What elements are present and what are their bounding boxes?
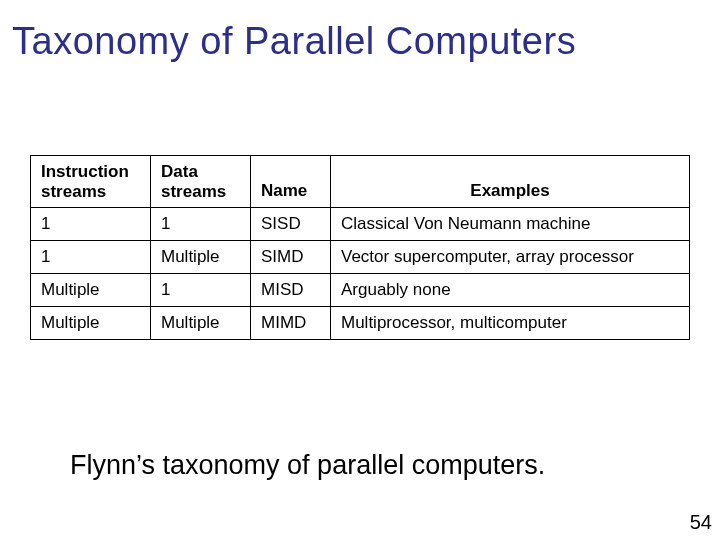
col-header-instruction-line1: Instruction bbox=[41, 162, 140, 182]
table-row: 1 Multiple SIMD Vector supercomputer, ar… bbox=[31, 241, 690, 274]
taxonomy-table: Instruction streams Data streams Name Ex… bbox=[30, 155, 690, 340]
col-header-data: Data streams bbox=[151, 156, 251, 208]
col-header-data-line1: Data bbox=[161, 162, 240, 182]
cell-examples: Arguably none bbox=[331, 274, 690, 307]
slide-title: Taxonomy of Parallel Computers bbox=[12, 20, 710, 63]
cell-examples: Vector supercomputer, array processor bbox=[331, 241, 690, 274]
slide: Taxonomy of Parallel Computers Instructi… bbox=[0, 0, 720, 540]
cell-name: MIMD bbox=[251, 307, 331, 340]
table-header-row: Instruction streams Data streams Name Ex… bbox=[31, 156, 690, 208]
col-header-examples: Examples bbox=[331, 156, 690, 208]
cell-name: MISD bbox=[251, 274, 331, 307]
col-header-instruction-line2: streams bbox=[41, 182, 140, 202]
cell-data: 1 bbox=[151, 274, 251, 307]
col-header-name: Name bbox=[251, 156, 331, 208]
cell-examples: Multiprocessor, multicomputer bbox=[331, 307, 690, 340]
cell-name: SISD bbox=[251, 208, 331, 241]
cell-data: Multiple bbox=[151, 307, 251, 340]
col-header-data-line2: streams bbox=[161, 182, 240, 202]
cell-instruction: 1 bbox=[31, 241, 151, 274]
cell-instruction: 1 bbox=[31, 208, 151, 241]
table-container: Instruction streams Data streams Name Ex… bbox=[30, 155, 690, 340]
cell-name: SIMD bbox=[251, 241, 331, 274]
cell-instruction: Multiple bbox=[31, 274, 151, 307]
table-row: 1 1 SISD Classical Von Neumann machine bbox=[31, 208, 690, 241]
page-number: 54 bbox=[690, 511, 712, 534]
cell-examples: Classical Von Neumann machine bbox=[331, 208, 690, 241]
table-row: Multiple 1 MISD Arguably none bbox=[31, 274, 690, 307]
slide-caption: Flynn’s taxonomy of parallel computers. bbox=[70, 450, 710, 481]
col-header-instruction: Instruction streams bbox=[31, 156, 151, 208]
cell-data: Multiple bbox=[151, 241, 251, 274]
table-row: Multiple Multiple MIMD Multiprocessor, m… bbox=[31, 307, 690, 340]
cell-instruction: Multiple bbox=[31, 307, 151, 340]
cell-data: 1 bbox=[151, 208, 251, 241]
